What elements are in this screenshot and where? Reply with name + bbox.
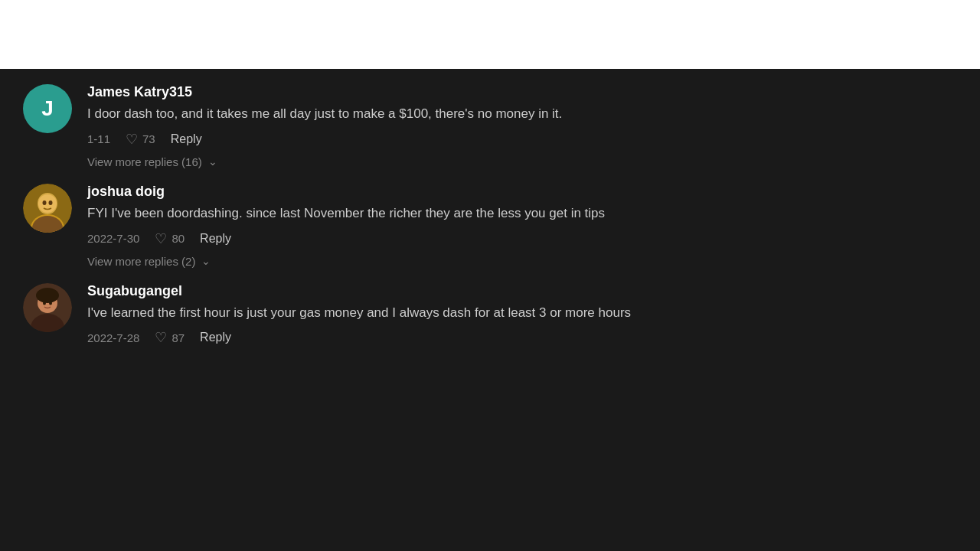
comment-meta-suga: 2022-7-28 ♡ 87 Reply <box>87 329 957 346</box>
reply-button-james[interactable]: Reply <box>171 132 202 146</box>
comment-text-joshua: FYI I've been doordashing. since last No… <box>87 204 957 223</box>
like-section-joshua[interactable]: ♡ 80 <box>155 230 185 247</box>
comment-date-joshua: 2022-7-30 <box>87 232 139 245</box>
chevron-down-icon-joshua: ⌄ <box>201 255 211 267</box>
avatar-suga <box>23 283 72 332</box>
view-replies-label-joshua: View more replies (2) <box>87 255 195 268</box>
top-bar <box>0 0 980 69</box>
avatar-james: J <box>23 84 72 133</box>
avatar-joshua <box>23 184 72 233</box>
username-suga: Sugabugangel <box>87 283 957 299</box>
svg-point-12 <box>49 301 52 305</box>
comment-item-joshua: joshua doig FYI I've been doordashing. s… <box>23 184 957 247</box>
comment-item-suga: Sugabugangel I've learned the first hour… <box>23 283 957 347</box>
like-count-joshua: 80 <box>172 232 185 245</box>
comment-text-james: I door dash too, and it takes me all day… <box>87 105 957 123</box>
like-section-james[interactable]: ♡ 73 <box>126 131 155 148</box>
comment-content-james: James Katry315 I door dash too, and it t… <box>87 84 957 148</box>
svg-point-11 <box>43 301 46 305</box>
view-replies-james[interactable]: View more replies (16) ⌄ <box>87 155 957 168</box>
username-james: James Katry315 <box>87 84 957 100</box>
view-replies-joshua[interactable]: View more replies (2) ⌄ <box>87 255 957 268</box>
svg-point-3 <box>38 194 57 213</box>
comment-content-joshua: joshua doig FYI I've been doordashing. s… <box>87 184 957 247</box>
chevron-down-icon-james: ⌄ <box>208 155 217 168</box>
comment-content-suga: Sugabugangel I've learned the first hour… <box>87 283 957 347</box>
like-section-suga[interactable]: ♡ 87 <box>155 329 185 346</box>
like-count-james: 73 <box>142 132 155 145</box>
svg-point-10 <box>36 288 59 303</box>
comment-meta-joshua: 2022-7-30 ♡ 80 Reply <box>87 230 957 247</box>
svg-point-4 <box>43 201 47 205</box>
comment-meta-james: 1-11 ♡ 73 Reply <box>87 131 957 148</box>
comment-date-suga: 2022-7-28 <box>87 331 139 344</box>
heart-icon-james: ♡ <box>126 131 138 148</box>
view-replies-label-james: View more replies (16) <box>87 155 202 168</box>
svg-point-5 <box>49 201 53 205</box>
like-count-suga: 87 <box>172 331 185 344</box>
heart-icon-suga: ♡ <box>155 329 167 346</box>
reply-button-joshua[interactable]: Reply <box>200 232 231 246</box>
comment-date-james: 1-11 <box>87 132 110 145</box>
comments-section: J James Katry315 I door dash too, and it… <box>0 69 980 369</box>
comment-item-james: J James Katry315 I door dash too, and it… <box>23 84 957 148</box>
comment-text-suga: I've learned the first hour is just your… <box>87 304 957 322</box>
heart-icon-joshua: ♡ <box>155 230 167 247</box>
username-joshua: joshua doig <box>87 184 957 200</box>
reply-button-suga[interactable]: Reply <box>200 331 231 344</box>
avatar-letter-james: J <box>41 96 54 121</box>
